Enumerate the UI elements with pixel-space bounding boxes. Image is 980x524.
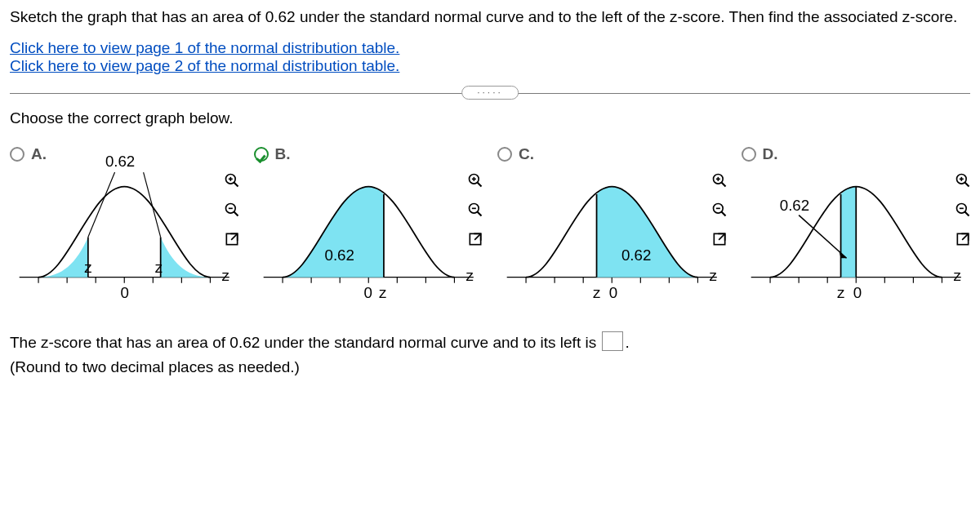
zoom-out-icon[interactable]: [952, 199, 973, 220]
svg-line-8: [231, 233, 238, 240]
zoom-in-icon[interactable]: [221, 170, 243, 191]
svg-line-1: [234, 182, 238, 186]
choose-graph-prompt: Choose the correct graph below.: [10, 109, 970, 127]
popout-icon[interactable]: [952, 229, 973, 250]
zoom-out-icon[interactable]: [465, 199, 486, 220]
svg-line-72: [962, 233, 969, 240]
zoom-in-icon[interactable]: [465, 170, 486, 191]
option-a[interactable]: A. 0.62 z z: [10, 145, 239, 311]
question-text: Sketch the graph that has an area of 0.6…: [10, 7, 970, 28]
option-d-shade-label: 0.62: [779, 197, 808, 214]
svg-text:0: 0: [363, 284, 372, 301]
graph-c: 0.62 z 0 z: [497, 144, 727, 311]
graph-b: 0.62 0 z z: [254, 144, 483, 311]
table-links: Click here to view page 1 of the normal …: [10, 39, 970, 75]
svg-text:z: z: [84, 259, 91, 276]
svg-line-49: [721, 211, 725, 215]
svg-text:z: z: [593, 284, 600, 301]
svg-text:z: z: [709, 267, 716, 284]
zoom-out-icon[interactable]: [709, 199, 730, 220]
graph-options: A. 0.62 z z: [10, 145, 970, 311]
svg-text:0: 0: [121, 284, 129, 301]
svg-text:z: z: [379, 284, 386, 301]
svg-line-52: [719, 233, 725, 240]
svg-line-29: [478, 211, 482, 215]
svg-line-65: [965, 182, 969, 186]
zoom-out-icon[interactable]: [221, 199, 243, 220]
option-c-shade-label: 0.62: [621, 246, 651, 264]
option-d[interactable]: D. 0.62 z 0 z: [742, 145, 971, 311]
graph-d: 0.62 z 0 z: [742, 144, 971, 311]
popout-icon[interactable]: [221, 229, 243, 250]
link-table-page1[interactable]: Click here to view page 1 of the normal …: [10, 39, 399, 57]
svg-line-5: [234, 211, 238, 215]
answer-sentence: The z-score that has an area of 0.62 und…: [10, 331, 970, 380]
zscore-input[interactable]: [602, 331, 623, 351]
svg-text:z: z: [155, 259, 163, 276]
svg-text:z: z: [836, 284, 844, 301]
svg-text:0: 0: [853, 284, 861, 301]
round-hint: (Round to two decimal places as needed.): [10, 358, 300, 375]
popout-icon[interactable]: [465, 229, 486, 250]
separator-handle[interactable]: ·····: [461, 86, 519, 100]
svg-text:0: 0: [609, 284, 617, 301]
option-a-shade-label: 0.62: [105, 153, 135, 170]
option-c[interactable]: C. 0.62 z 0 z: [497, 145, 727, 311]
svg-text:z: z: [466, 267, 473, 284]
option-b-shade-label: 0.62: [324, 246, 354, 264]
section-separator: ·····: [10, 88, 970, 98]
zoom-in-icon[interactable]: [952, 170, 973, 191]
svg-line-69: [965, 211, 969, 215]
svg-line-25: [478, 182, 482, 186]
zoom-in-icon[interactable]: [709, 170, 730, 191]
svg-line-18: [88, 172, 115, 237]
popout-icon[interactable]: [709, 229, 730, 250]
graph-a: 0.62 z z 0 z: [10, 144, 239, 311]
svg-text:z: z: [221, 267, 229, 284]
svg-line-19: [144, 172, 161, 237]
svg-line-32: [474, 233, 481, 240]
link-table-page2[interactable]: Click here to view page 2 of the normal …: [10, 57, 399, 75]
svg-text:z: z: [953, 267, 960, 284]
svg-line-45: [721, 182, 725, 186]
option-b[interactable]: B. 0.62 0 z z: [254, 145, 483, 311]
